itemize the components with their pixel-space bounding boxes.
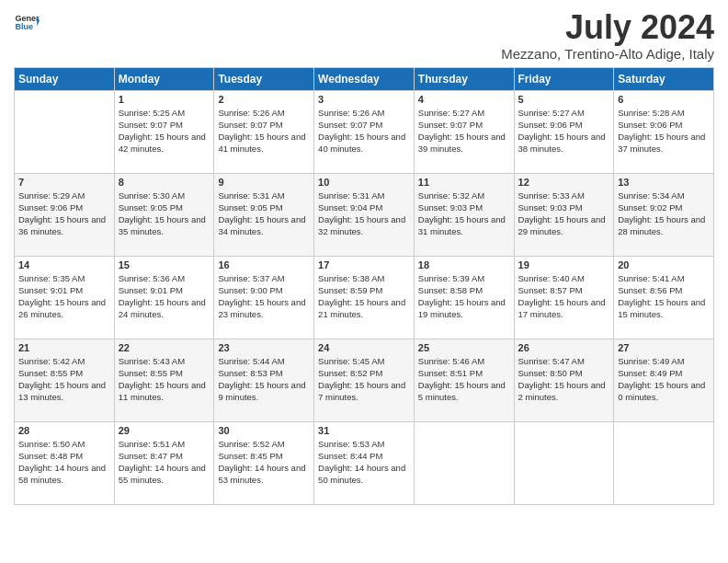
calendar-cell: 7Sunrise: 5:29 AMSunset: 9:06 PMDaylight… — [15, 173, 115, 256]
day-info: Sunrise: 5:52 AMSunset: 8:45 PMDaylight:… — [218, 438, 310, 487]
day-number: 4 — [418, 94, 510, 105]
day-info: Sunrise: 5:45 AMSunset: 8:52 PMDaylight:… — [318, 355, 410, 404]
location: Mezzano, Trentino-Alto Adige, Italy — [501, 46, 714, 62]
day-number: 6 — [618, 94, 710, 105]
calendar-cell: 1Sunrise: 5:25 AMSunset: 9:07 PMDaylight… — [114, 90, 214, 173]
svg-text:Blue: Blue — [15, 22, 33, 31]
day-info: Sunrise: 5:41 AMSunset: 8:56 PMDaylight:… — [618, 272, 710, 321]
header-cell-monday: Monday — [114, 67, 214, 90]
calendar-header: SundayMondayTuesdayWednesdayThursdayFrid… — [15, 67, 714, 90]
calendar-cell: 15Sunrise: 5:36 AMSunset: 9:01 PMDayligh… — [114, 256, 214, 339]
day-number: 10 — [318, 177, 410, 188]
calendar-cell — [614, 421, 714, 504]
day-info: Sunrise: 5:30 AMSunset: 9:05 PMDaylight:… — [119, 190, 210, 238]
day-info: Sunrise: 5:27 AMSunset: 9:07 PMDaylight:… — [418, 107, 510, 155]
calendar-cell: 4Sunrise: 5:27 AMSunset: 9:07 PMDaylight… — [414, 90, 514, 173]
day-number: 2 — [218, 94, 310, 105]
week-row-5: 28Sunrise: 5:50 AMSunset: 8:48 PMDayligh… — [15, 421, 714, 504]
day-info: Sunrise: 5:46 AMSunset: 8:51 PMDaylight:… — [418, 355, 510, 404]
calendar-cell: 14Sunrise: 5:35 AMSunset: 9:01 PMDayligh… — [15, 256, 115, 339]
calendar-cell: 26Sunrise: 5:47 AMSunset: 8:50 PMDayligh… — [514, 339, 614, 421]
day-number: 24 — [318, 342, 410, 353]
header-cell-thursday: Thursday — [414, 67, 514, 90]
calendar-cell: 11Sunrise: 5:32 AMSunset: 9:03 PMDayligh… — [414, 173, 514, 256]
calendar-cell — [414, 421, 514, 504]
day-info: Sunrise: 5:53 AMSunset: 8:44 PMDaylight:… — [318, 438, 410, 487]
svg-text:General: General — [15, 14, 40, 23]
day-info: Sunrise: 5:25 AMSunset: 9:07 PMDaylight:… — [119, 107, 210, 155]
calendar-cell: 17Sunrise: 5:38 AMSunset: 8:59 PMDayligh… — [314, 256, 415, 339]
header-cell-tuesday: Tuesday — [214, 67, 314, 90]
calendar-cell: 25Sunrise: 5:46 AMSunset: 8:51 PMDayligh… — [414, 339, 514, 421]
title-area: July 2024 Mezzano, Trentino-Alto Adige, … — [501, 9, 714, 62]
day-info: Sunrise: 5:31 AMSunset: 9:05 PMDaylight:… — [218, 190, 310, 238]
day-info: Sunrise: 5:36 AMSunset: 9:01 PMDaylight:… — [119, 272, 210, 321]
calendar-cell: 3Sunrise: 5:26 AMSunset: 9:07 PMDaylight… — [314, 90, 415, 173]
day-number: 25 — [418, 342, 510, 353]
calendar-cell: 21Sunrise: 5:42 AMSunset: 8:55 PMDayligh… — [15, 339, 115, 421]
day-number: 9 — [218, 177, 310, 188]
calendar-cell: 18Sunrise: 5:39 AMSunset: 8:58 PMDayligh… — [414, 256, 514, 339]
day-number: 14 — [18, 259, 110, 270]
calendar-cell: 10Sunrise: 5:31 AMSunset: 9:04 PMDayligh… — [314, 173, 415, 256]
calendar-cell: 30Sunrise: 5:52 AMSunset: 8:45 PMDayligh… — [214, 421, 314, 504]
day-number: 15 — [119, 259, 210, 270]
day-number: 28 — [18, 425, 110, 436]
day-number: 29 — [119, 425, 210, 436]
day-info: Sunrise: 5:26 AMSunset: 9:07 PMDaylight:… — [318, 107, 410, 155]
day-info: Sunrise: 5:28 AMSunset: 9:06 PMDaylight:… — [618, 107, 710, 155]
header-cell-sunday: Sunday — [15, 67, 115, 90]
day-info: Sunrise: 5:51 AMSunset: 8:47 PMDaylight:… — [119, 438, 210, 487]
calendar-cell: 2Sunrise: 5:26 AMSunset: 9:07 PMDaylight… — [214, 90, 314, 173]
day-number: 16 — [218, 259, 310, 270]
day-info: Sunrise: 5:50 AMSunset: 8:48 PMDaylight:… — [18, 438, 110, 487]
calendar-table: SundayMondayTuesdayWednesdayThursdayFrid… — [14, 67, 714, 505]
day-number: 31 — [318, 425, 410, 436]
day-info: Sunrise: 5:35 AMSunset: 9:01 PMDaylight:… — [18, 272, 110, 321]
calendar-body: 1Sunrise: 5:25 AMSunset: 9:07 PMDaylight… — [15, 90, 714, 504]
calendar-cell: 19Sunrise: 5:40 AMSunset: 8:57 PMDayligh… — [514, 256, 614, 339]
calendar-cell: 24Sunrise: 5:45 AMSunset: 8:52 PMDayligh… — [314, 339, 415, 421]
calendar-cell: 13Sunrise: 5:34 AMSunset: 9:02 PMDayligh… — [614, 173, 714, 256]
day-number: 26 — [518, 342, 610, 353]
header-cell-wednesday: Wednesday — [314, 67, 415, 90]
day-number: 7 — [18, 177, 110, 188]
calendar-cell: 27Sunrise: 5:49 AMSunset: 8:49 PMDayligh… — [614, 339, 714, 421]
day-number: 22 — [119, 342, 210, 353]
day-number: 3 — [318, 94, 410, 105]
calendar-cell: 23Sunrise: 5:44 AMSunset: 8:53 PMDayligh… — [214, 339, 314, 421]
day-number: 1 — [119, 94, 210, 105]
week-row-2: 7Sunrise: 5:29 AMSunset: 9:06 PMDaylight… — [15, 173, 714, 256]
day-number: 5 — [518, 94, 610, 105]
header-row: SundayMondayTuesdayWednesdayThursdayFrid… — [15, 67, 714, 90]
day-info: Sunrise: 5:34 AMSunset: 9:02 PMDaylight:… — [618, 190, 710, 238]
page-header: General Blue July 2024 Mezzano, Trentino… — [14, 9, 714, 62]
logo-icon: General Blue — [14, 9, 40, 35]
calendar-cell: 8Sunrise: 5:30 AMSunset: 9:05 PMDaylight… — [114, 173, 214, 256]
day-info: Sunrise: 5:37 AMSunset: 9:00 PMDaylight:… — [218, 272, 310, 321]
calendar-cell — [514, 421, 614, 504]
day-number: 17 — [318, 259, 410, 270]
calendar-cell: 29Sunrise: 5:51 AMSunset: 8:47 PMDayligh… — [114, 421, 214, 504]
week-row-3: 14Sunrise: 5:35 AMSunset: 9:01 PMDayligh… — [15, 256, 714, 339]
day-info: Sunrise: 5:39 AMSunset: 8:58 PMDaylight:… — [418, 272, 510, 321]
calendar-cell: 6Sunrise: 5:28 AMSunset: 9:06 PMDaylight… — [614, 90, 714, 173]
day-info: Sunrise: 5:44 AMSunset: 8:53 PMDaylight:… — [218, 355, 310, 404]
month-title: July 2024 — [501, 9, 714, 46]
calendar-cell: 9Sunrise: 5:31 AMSunset: 9:05 PMDaylight… — [214, 173, 314, 256]
header-cell-saturday: Saturday — [614, 67, 714, 90]
day-number: 20 — [618, 259, 710, 270]
day-info: Sunrise: 5:42 AMSunset: 8:55 PMDaylight:… — [18, 355, 110, 404]
day-info: Sunrise: 5:31 AMSunset: 9:04 PMDaylight:… — [318, 190, 410, 238]
day-number: 11 — [418, 177, 510, 188]
day-number: 8 — [119, 177, 210, 188]
calendar-cell: 5Sunrise: 5:27 AMSunset: 9:06 PMDaylight… — [514, 90, 614, 173]
logo: General Blue — [14, 9, 40, 35]
day-info: Sunrise: 5:29 AMSunset: 9:06 PMDaylight:… — [18, 190, 110, 238]
calendar-cell: 22Sunrise: 5:43 AMSunset: 8:55 PMDayligh… — [114, 339, 214, 421]
day-number: 27 — [618, 342, 710, 353]
calendar-cell: 28Sunrise: 5:50 AMSunset: 8:48 PMDayligh… — [15, 421, 115, 504]
day-info: Sunrise: 5:33 AMSunset: 9:03 PMDaylight:… — [518, 190, 610, 238]
day-number: 13 — [618, 177, 710, 188]
week-row-4: 21Sunrise: 5:42 AMSunset: 8:55 PMDayligh… — [15, 339, 714, 421]
